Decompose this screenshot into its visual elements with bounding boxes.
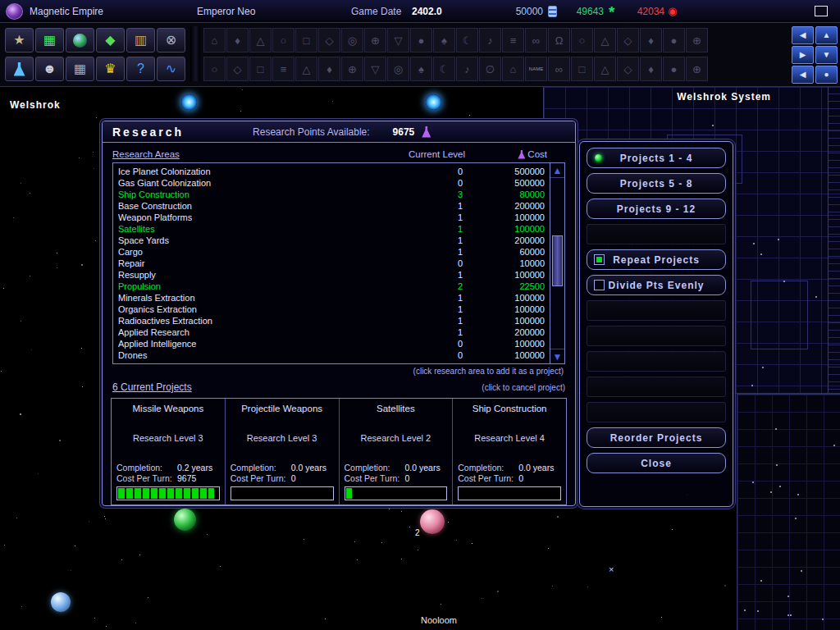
warp-point[interactable]	[426, 94, 441, 110]
toolbar-gray-icon[interactable]: △	[249, 28, 272, 52]
toolbar-gray-icon[interactable]: ○	[272, 28, 294, 52]
projects-1-4-button[interactable]: Projects 1 - 4	[587, 148, 726, 168]
planet-pink[interactable]	[420, 509, 445, 534]
research-area-row[interactable]: Resupply 1 100000	[113, 269, 550, 281]
help-icon[interactable]: ?	[126, 57, 155, 81]
repair-icon[interactable]: ⊗	[157, 28, 185, 52]
project-card[interactable]: Missile Weapons Research Level 3 Complet…	[112, 399, 226, 504]
toolbar-gray-icon[interactable]: Ω	[548, 28, 570, 52]
toolbar-gray-icon[interactable]: □	[295, 28, 317, 52]
colonize-icon[interactable]: ◆	[96, 28, 125, 52]
toolbar-gray-icon[interactable]: ♦	[226, 28, 249, 52]
research-title-bar[interactable]: Research Research Points Available: 9675	[103, 121, 575, 143]
project-card[interactable]: Satellites Research Level 2 Completion: …	[340, 399, 454, 504]
toolbar-gray-icon[interactable]: ⊕	[364, 28, 386, 52]
scroll-down-button[interactable]: ▼	[550, 349, 564, 363]
log-icon[interactable]: ▦	[66, 57, 94, 81]
research-list-scrollbar[interactable]: ▲ ▼	[550, 163, 564, 363]
toolbar-gray-icon[interactable]: △	[594, 28, 616, 52]
research-area-row[interactable]: Gas Giant Colonization 0 500000	[113, 177, 550, 189]
research-area-row[interactable]: Organics Extraction 1 100000	[113, 304, 550, 315]
research-area-row[interactable]: Applied Intelligence 0 100000	[113, 338, 550, 349]
planet-green[interactable]	[174, 509, 196, 531]
projects-9-12-button[interactable]: Projects 9 - 12	[587, 199, 726, 219]
scroll-thumb[interactable]	[552, 235, 563, 286]
toolbar-gray-icon[interactable]: ▽	[364, 57, 386, 81]
map-prev-icon[interactable]: ◀	[792, 66, 814, 84]
repeat-projects-toggle[interactable]: Repeat Projects	[587, 249, 726, 270]
scroll-track[interactable]	[550, 178, 564, 349]
map-center-icon[interactable]: ●	[815, 66, 838, 84]
toolbar-gray-icon[interactable]: ♦	[640, 57, 662, 81]
research-area-row[interactable]: Propulsion 2 22500	[113, 281, 550, 292]
warp-point[interactable]	[181, 94, 197, 110]
toolbar-gray-icon[interactable]: ◇	[617, 57, 639, 81]
cargo-transfer-icon[interactable]: ▥	[126, 28, 155, 52]
research-area-row[interactable]: Repair 0 10000	[113, 258, 550, 269]
toolbar-gray-icon[interactable]: ⊕	[686, 57, 708, 81]
toolbar-gray-icon[interactable]: ◎	[341, 28, 363, 52]
research-area-row[interactable]: Radioactives Extraction 1 100000	[113, 315, 550, 326]
toolbar-gray-icon[interactable]: △	[594, 57, 616, 81]
divide-points-toggle[interactable]: Divide Pts Evenly	[587, 275, 726, 295]
map-scroll-right-icon[interactable]: ▶	[792, 46, 814, 64]
research-area-row[interactable]: Drones 0 100000	[113, 349, 550, 361]
toolbar-gray-icon[interactable]: ○	[203, 57, 226, 81]
minimize-button[interactable]	[815, 6, 828, 16]
research-area-row[interactable]: Satellites 1 100000	[113, 223, 550, 235]
research-area-row[interactable]: Applied Research 1 200000	[113, 326, 550, 338]
toolbar-gray-icon[interactable]: ◇	[318, 28, 340, 52]
map-scroll-left-icon[interactable]: ◀	[792, 26, 814, 44]
research-area-row[interactable]: Cargo 1 60000	[113, 246, 550, 258]
toolbar-gray-icon[interactable]: ≡	[272, 57, 294, 81]
toolbar-gray-icon[interactable]: ⊕	[686, 28, 708, 52]
map-scroll-down-icon[interactable]: ▼	[815, 46, 838, 64]
project-card[interactable]: Ship Construction Research Level 4 Compl…	[453, 399, 566, 504]
toolbar-gray-icon[interactable]: △	[295, 57, 317, 81]
research-area-row[interactable]: Minerals Extraction 1 100000	[113, 292, 550, 304]
score-graph-icon[interactable]: ∿	[157, 57, 185, 81]
research-area-row[interactable]: Ship Construction 3 80000	[113, 189, 550, 200]
research-area-row[interactable]: Ice Planet Colonization 0 500000	[113, 166, 550, 177]
map-scroll-up-icon[interactable]: ▲	[815, 26, 838, 44]
close-button[interactable]: Close	[587, 453, 726, 473]
toolbar-gray-icon[interactable]: □	[249, 57, 272, 81]
toolbar-gray-icon[interactable]: ♦	[318, 57, 340, 81]
reorder-projects-button[interactable]: Reorder Projects	[587, 427, 726, 448]
research-icon[interactable]	[5, 57, 34, 81]
toolbar-gray-icon[interactable]: ♪	[479, 28, 501, 52]
toolbar-gray-icon[interactable]: ●	[663, 57, 685, 81]
empire-status-icon[interactable]: ♛	[96, 57, 125, 81]
toolbar-gray-icon[interactable]: ∞	[548, 57, 570, 81]
toolbar-gray-icon[interactable]: ●	[410, 28, 432, 52]
projects-5-8-button[interactable]: Projects 5 - 8	[587, 173, 726, 194]
toolbar-gray-icon[interactable]: ⌂	[203, 28, 226, 52]
planet-blue[interactable]	[51, 592, 71, 612]
toolbar-gray-icon[interactable]: ♠	[433, 28, 455, 52]
toolbar-gray-icon[interactable]: ≡	[502, 28, 524, 52]
toolbar-gray-icon[interactable]: ▽	[387, 28, 409, 52]
intelligence-race-icon[interactable]: ☻	[35, 57, 64, 81]
toolbar-gray-icon[interactable]: ◇	[226, 57, 249, 81]
tactical-map-panel[interactable]	[737, 394, 840, 630]
resource-grid-icon[interactable]: ▦	[35, 28, 64, 52]
planet-view-icon[interactable]	[66, 28, 94, 52]
research-area-row[interactable]: Base Construction 1 200000	[113, 200, 550, 212]
project-card[interactable]: Projectile Weapons Research Level 3 Comp…	[226, 399, 340, 504]
toolbar-gray-icon[interactable]: ◇	[617, 28, 639, 52]
toolbar-gray-icon[interactable]: □	[571, 57, 593, 81]
construction-queue-icon[interactable]: ★	[5, 28, 34, 52]
research-area-row[interactable]: Weapon Platforms 1 100000	[113, 212, 550, 223]
toolbar-gray-icon[interactable]: ∞	[525, 28, 547, 52]
toolbar-gray-icon[interactable]: NAME	[525, 57, 547, 81]
toolbar-gray-icon[interactable]: ♪	[456, 57, 478, 81]
scroll-up-button[interactable]: ▲	[550, 163, 564, 178]
toolbar-gray-icon[interactable]: ◎	[387, 57, 409, 81]
toolbar-gray-icon[interactable]: ☾	[433, 57, 455, 81]
toolbar-gray-icon[interactable]: ⌂	[502, 57, 524, 81]
toolbar-gray-icon[interactable]: ∅	[479, 57, 501, 81]
toolbar-gray-icon[interactable]: ○	[571, 28, 593, 52]
research-area-row[interactable]: Space Yards 1 200000	[113, 235, 550, 246]
toolbar-gray-icon[interactable]: ☾	[456, 28, 478, 52]
toolbar-gray-icon[interactable]: ♠	[410, 57, 432, 81]
